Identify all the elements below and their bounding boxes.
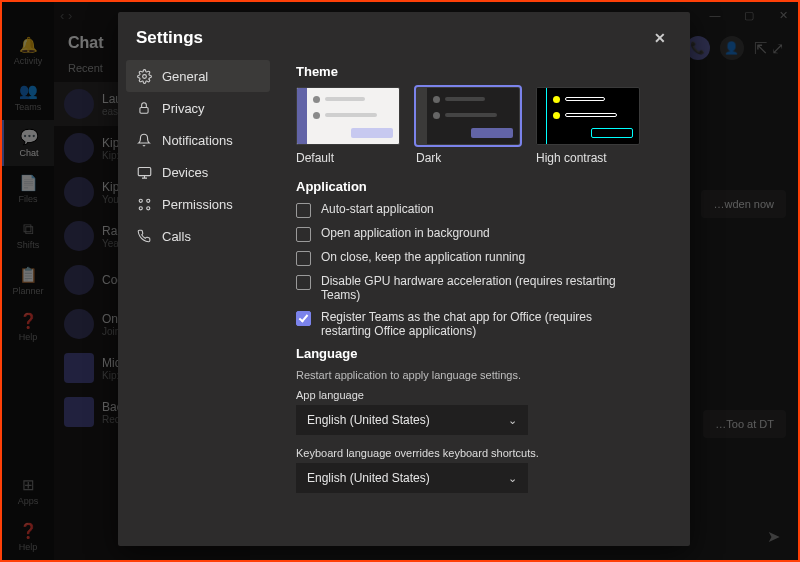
- sidebar-item-label: Notifications: [162, 133, 233, 148]
- lock-icon: [136, 101, 152, 115]
- checkbox-row: Auto-start application: [296, 202, 672, 218]
- sidebar-item-label: General: [162, 69, 208, 84]
- monitor-icon: [136, 165, 152, 180]
- app-language-label: App language: [296, 389, 672, 401]
- language-subtext: Restart application to apply language se…: [296, 369, 672, 381]
- application-heading: Application: [296, 179, 672, 194]
- checkbox[interactable]: [296, 203, 311, 218]
- settings-content: Theme Default: [278, 58, 690, 546]
- chevron-down-icon: ⌄: [508, 472, 517, 485]
- svg-rect-1: [140, 107, 148, 113]
- gear-icon: [136, 69, 152, 84]
- checkbox[interactable]: [296, 275, 311, 290]
- theme-option-high-contrast[interactable]: High contrast: [536, 87, 640, 165]
- svg-point-4: [146, 199, 149, 202]
- sidebar-item-privacy[interactable]: Privacy: [126, 92, 270, 124]
- dialog-title: Settings: [136, 28, 203, 48]
- theme-label: Default: [296, 145, 400, 165]
- sidebar-item-general[interactable]: General: [126, 60, 270, 92]
- settings-dialog: Settings ✕ General Privacy Notifications…: [118, 12, 690, 546]
- app-language-dropdown[interactable]: English (United States) ⌄: [296, 405, 528, 435]
- checkbox-label: On close, keep the application running: [321, 250, 525, 264]
- checkbox-row: Open application in background: [296, 226, 672, 242]
- svg-point-5: [139, 206, 142, 209]
- bell-icon: [136, 133, 152, 147]
- sidebar-item-label: Devices: [162, 165, 208, 180]
- checkbox-label: Open application in background: [321, 226, 490, 240]
- svg-point-6: [146, 206, 149, 209]
- keyboard-language-dropdown[interactable]: English (United States) ⌄: [296, 463, 528, 493]
- dialog-close-button[interactable]: ✕: [648, 26, 672, 50]
- sidebar-item-permissions[interactable]: Permissions: [126, 188, 270, 220]
- checkbox-row: On close, keep the application running: [296, 250, 672, 266]
- dropdown-value: English (United States): [307, 413, 430, 427]
- keyboard-language-label: Keyboard language overrides keyboard sho…: [296, 447, 672, 459]
- checkbox-row: Disable GPU hardware acceleration (requi…: [296, 274, 672, 302]
- chevron-down-icon: ⌄: [508, 414, 517, 427]
- phone-icon: [136, 229, 152, 243]
- sidebar-item-label: Calls: [162, 229, 191, 244]
- language-heading: Language: [296, 346, 672, 361]
- settings-sidebar: General Privacy Notifications Devices Pe…: [118, 58, 278, 546]
- checkbox-label: Register Teams as the chat app for Offic…: [321, 310, 641, 338]
- checkbox-label: Disable GPU hardware acceleration (requi…: [321, 274, 641, 302]
- checkbox[interactable]: [296, 251, 311, 266]
- sidebar-item-notifications[interactable]: Notifications: [126, 124, 270, 156]
- svg-point-0: [142, 74, 146, 78]
- checkbox[interactable]: [296, 311, 311, 326]
- theme-label: Dark: [416, 145, 520, 165]
- theme-option-dark[interactable]: Dark: [416, 87, 520, 165]
- sidebar-item-label: Permissions: [162, 197, 233, 212]
- permissions-icon: [136, 197, 152, 212]
- checkbox-label: Auto-start application: [321, 202, 434, 216]
- theme-label: High contrast: [536, 145, 640, 165]
- checkbox[interactable]: [296, 227, 311, 242]
- checkbox-row: Register Teams as the chat app for Offic…: [296, 310, 672, 338]
- theme-heading: Theme: [296, 64, 672, 79]
- theme-option-default[interactable]: Default: [296, 87, 400, 165]
- svg-rect-2: [138, 167, 151, 175]
- svg-point-3: [139, 199, 142, 202]
- sidebar-item-calls[interactable]: Calls: [126, 220, 270, 252]
- dropdown-value: English (United States): [307, 471, 430, 485]
- sidebar-item-label: Privacy: [162, 101, 205, 116]
- sidebar-item-devices[interactable]: Devices: [126, 156, 270, 188]
